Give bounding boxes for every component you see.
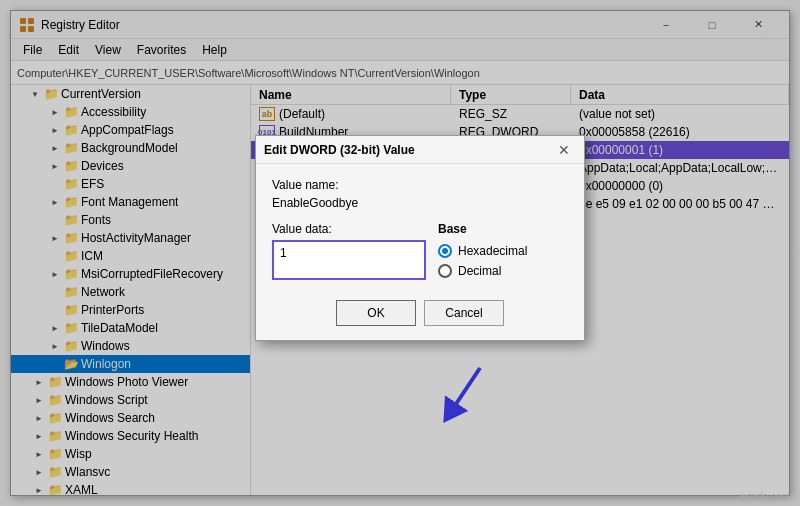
modal-title: Edit DWORD (32-bit) Value (264, 143, 552, 157)
modal-close-button[interactable]: ✕ (552, 140, 576, 160)
ok-button[interactable]: OK (336, 300, 416, 326)
radio-hexadecimal-btn[interactable] (438, 244, 452, 258)
radio-decimal[interactable]: Decimal (438, 264, 568, 278)
radio-decimal-label: Decimal (458, 264, 501, 278)
radio-group: Hexadecimal Decimal (438, 244, 568, 278)
modal-overlay: Edit DWORD (32-bit) Value ✕ Value name: … (0, 0, 800, 506)
value-data-input[interactable] (280, 246, 418, 260)
base-label: Base (438, 222, 568, 236)
value-data-label: Value data: (272, 222, 426, 236)
radio-hexadecimal-label: Hexadecimal (458, 244, 527, 258)
modal-body: Value name: EnableGoodbye Value data: Ba… (256, 164, 584, 292)
cancel-button[interactable]: Cancel (424, 300, 504, 326)
value-name-display: EnableGoodbye (272, 196, 568, 210)
modal-section: Value data: Base Hexadecimal (272, 222, 568, 280)
modal-title-bar: Edit DWORD (32-bit) Value ✕ (256, 136, 584, 164)
radio-hexadecimal[interactable]: Hexadecimal (438, 244, 568, 258)
modal-footer: OK Cancel (256, 292, 584, 340)
radio-decimal-btn[interactable] (438, 264, 452, 278)
value-name-label: Value name: (272, 178, 568, 192)
svg-line-5 (450, 368, 480, 413)
modal-right-section: Base Hexadecimal Decimal (438, 222, 568, 278)
modal-left-section: Value data: (272, 222, 426, 280)
cursor-arrow (430, 358, 490, 431)
value-data-box[interactable] (272, 240, 426, 280)
watermark: wsxdn.com (740, 491, 790, 502)
edit-dword-dialog: Edit DWORD (32-bit) Value ✕ Value name: … (255, 135, 585, 341)
